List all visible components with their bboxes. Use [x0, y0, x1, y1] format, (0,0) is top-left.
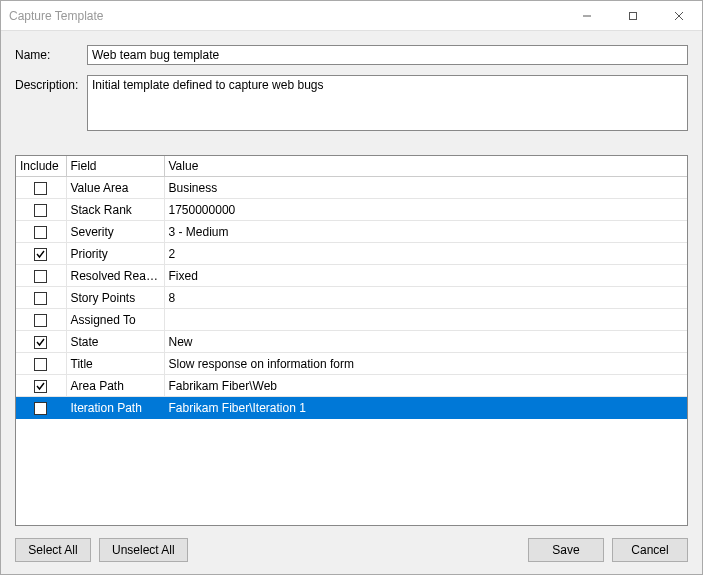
description-input[interactable]: Initial template defined to capture web … — [87, 75, 688, 131]
table-row[interactable]: StateNew — [16, 331, 687, 353]
minimize-button[interactable] — [564, 1, 610, 30]
header-include[interactable]: Include — [16, 156, 66, 177]
description-row: Description: Initial template defined to… — [15, 75, 688, 131]
table-row[interactable]: Resolved ReasonFixed — [16, 265, 687, 287]
include-checkbox[interactable] — [34, 314, 47, 327]
table-row[interactable]: Assigned To — [16, 309, 687, 331]
value-cell: 2 — [164, 243, 687, 265]
include-checkbox[interactable] — [34, 402, 47, 415]
header-field[interactable]: Field — [66, 156, 164, 177]
field-cell: Iteration Path — [66, 397, 164, 419]
include-checkbox[interactable] — [34, 358, 47, 371]
table-row[interactable]: Priority2 — [16, 243, 687, 265]
include-checkbox[interactable] — [34, 204, 47, 217]
field-cell: Area Path — [66, 375, 164, 397]
field-cell: Title — [66, 353, 164, 375]
include-checkbox[interactable] — [34, 336, 47, 349]
unselect-all-button[interactable]: Unselect All — [99, 538, 188, 562]
close-button[interactable] — [656, 1, 702, 30]
cancel-button[interactable]: Cancel — [612, 538, 688, 562]
value-cell: 3 - Medium — [164, 221, 687, 243]
include-cell[interactable] — [16, 177, 66, 199]
field-cell: Assigned To — [66, 309, 164, 331]
include-cell[interactable] — [16, 331, 66, 353]
include-cell[interactable] — [16, 243, 66, 265]
value-cell: Business — [164, 177, 687, 199]
value-cell: New — [164, 331, 687, 353]
select-all-button[interactable]: Select All — [15, 538, 91, 562]
value-cell: Fabrikam Fiber\Web — [164, 375, 687, 397]
table-row[interactable]: Story Points8 — [16, 287, 687, 309]
dialog-content: Name: Description: Initial template defi… — [1, 31, 702, 574]
field-cell: Stack Rank — [66, 199, 164, 221]
include-cell[interactable] — [16, 375, 66, 397]
include-cell[interactable] — [16, 397, 66, 419]
titlebar-buttons — [564, 1, 702, 30]
grid-empty-area — [16, 419, 687, 525]
include-cell[interactable] — [16, 221, 66, 243]
svg-rect-1 — [630, 12, 637, 19]
include-cell[interactable] — [16, 309, 66, 331]
field-cell: Severity — [66, 221, 164, 243]
table-row[interactable]: Value AreaBusiness — [16, 177, 687, 199]
name-row: Name: — [15, 45, 688, 65]
table-row[interactable]: Iteration PathFabrikam Fiber\Iteration 1 — [16, 397, 687, 419]
save-button[interactable]: Save — [528, 538, 604, 562]
value-cell: Fixed — [164, 265, 687, 287]
table-row[interactable]: Severity3 - Medium — [16, 221, 687, 243]
fields-grid: Include Field Value Value AreaBusinessSt… — [15, 155, 688, 526]
field-cell: Priority — [66, 243, 164, 265]
include-cell[interactable] — [16, 287, 66, 309]
table-row[interactable]: TitleSlow response on information form — [16, 353, 687, 375]
minimize-icon — [582, 11, 592, 21]
field-cell: State — [66, 331, 164, 353]
dialog-window: Capture Template Name: Description: Init… — [0, 0, 703, 575]
field-cell: Value Area — [66, 177, 164, 199]
fields-table: Include Field Value Value AreaBusinessSt… — [16, 156, 687, 419]
include-checkbox[interactable] — [34, 292, 47, 305]
name-input[interactable] — [87, 45, 688, 65]
table-row[interactable]: Stack Rank1750000000 — [16, 199, 687, 221]
table-header-row: Include Field Value — [16, 156, 687, 177]
description-label: Description: — [15, 75, 87, 131]
include-checkbox[interactable] — [34, 226, 47, 239]
maximize-icon — [628, 11, 638, 21]
include-cell[interactable] — [16, 265, 66, 287]
include-cell[interactable] — [16, 353, 66, 375]
window-title: Capture Template — [9, 9, 104, 23]
value-cell: Fabrikam Fiber\Iteration 1 — [164, 397, 687, 419]
close-icon — [674, 11, 684, 21]
button-row: Select All Unselect All Save Cancel — [15, 538, 688, 562]
value-cell — [164, 309, 687, 331]
name-label: Name: — [15, 45, 87, 65]
include-checkbox[interactable] — [34, 380, 47, 393]
button-spacer — [196, 538, 520, 562]
field-cell: Story Points — [66, 287, 164, 309]
value-cell: 1750000000 — [164, 199, 687, 221]
include-checkbox[interactable] — [34, 270, 47, 283]
field-cell: Resolved Reason — [66, 265, 164, 287]
value-cell: 8 — [164, 287, 687, 309]
include-cell[interactable] — [16, 199, 66, 221]
titlebar: Capture Template — [1, 1, 702, 31]
include-checkbox[interactable] — [34, 248, 47, 261]
header-value[interactable]: Value — [164, 156, 687, 177]
include-checkbox[interactable] — [34, 182, 47, 195]
table-row[interactable]: Area PathFabrikam Fiber\Web — [16, 375, 687, 397]
value-cell: Slow response on information form — [164, 353, 687, 375]
maximize-button[interactable] — [610, 1, 656, 30]
